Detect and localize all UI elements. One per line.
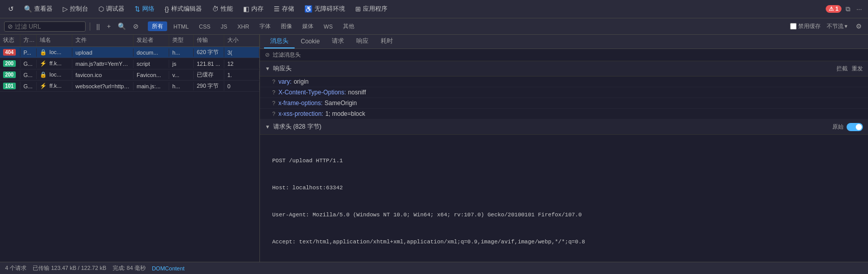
requests-count: 4 个请求 <box>5 264 27 272</box>
col-header-type: 类型 <box>169 35 194 46</box>
status-cell: 200 <box>0 59 20 68</box>
detail-content: ⊘ 过滤消息头 ▼ 响应头 拦截 重发 ? <box>260 49 868 262</box>
performance-label: 性能 <box>221 5 233 13</box>
request-headers-left: ▼ 请求头 (828 字节) <box>265 122 322 131</box>
tab-messages[interactable]: 消息头 <box>264 35 295 48</box>
add-filter-button[interactable]: + <box>105 21 113 31</box>
transfer-cell: 已缓存 <box>194 70 224 80</box>
search-network-button[interactable]: 🔍 <box>116 21 128 31</box>
throttle-dropdown[interactable]: 不节流 ▾ <box>825 21 850 31</box>
col-header-method: 方法 <box>20 35 37 46</box>
debugger-label: 调试器 <box>106 5 124 13</box>
more-options-button[interactable]: ··· <box>854 4 864 14</box>
response-headers-left: ▼ 响应头 <box>265 64 292 73</box>
initiator-cell: Favicon... <box>134 71 169 79</box>
console-label: 控制台 <box>70 5 88 13</box>
filter-tag-font[interactable]: 字体 <box>255 21 275 31</box>
resend-link[interactable]: 重发 <box>852 65 863 72</box>
table-row[interactable]: 404 P... 🔒 loc... upload docum... h... 6… <box>0 47 259 58</box>
domain-cell: 🔒 loc... <box>37 70 72 79</box>
transfer-cell: 121.81 ... <box>194 60 224 68</box>
filter-tag-css[interactable]: CSS <box>195 22 215 31</box>
filter-tag-js[interactable]: JS <box>217 22 231 31</box>
block-request-button[interactable]: ⊘ <box>131 21 141 31</box>
refresh-icon: ↺ <box>8 5 14 13</box>
table-row[interactable]: 200 G... ⚡ ff.k... main.js?attr=YemYkzid… <box>0 58 259 69</box>
disable-cache-input[interactable] <box>790 23 797 30</box>
style-editor-icon: {} <box>165 5 169 13</box>
requests-header: 状态 方法 域名 文件 发起者 类型 传输 大小 <box>0 35 259 47</box>
filter-url-input[interactable] <box>15 23 76 30</box>
initiator-cell: script <box>134 60 169 68</box>
app-button[interactable]: ⊞ 应用程序 <box>351 3 391 15</box>
warning-icon: ⚡ <box>40 60 47 66</box>
lock-icon: 🔒 <box>40 71 47 78</box>
response-headers-section[interactable]: ▼ 响应头 拦截 重发 <box>260 61 868 77</box>
type-cell: js <box>169 60 194 68</box>
memory-icon: ◧ <box>243 5 249 13</box>
detail-tabs: 消息头 Cookie 请求 响应 耗时 <box>260 35 868 49</box>
table-row[interactable]: 200 G... 🔒 loc... favicon.ico Favicon...… <box>0 69 259 81</box>
memory-label: 内存 <box>251 5 264 13</box>
domain-cell: 🔒 loc... <box>37 48 72 57</box>
disable-cache-checkbox[interactable]: 禁用缓存 <box>790 22 821 30</box>
help-icon[interactable]: ? <box>272 100 275 106</box>
memory-button[interactable]: ◧ 内存 <box>239 3 268 15</box>
pause-recording-button[interactable]: || <box>94 21 102 31</box>
header-item-xfo: ? x-frame-options: SameOrigin <box>260 98 868 109</box>
header-name-xcto: X-Content-Type-Options: <box>278 89 346 96</box>
tab-response[interactable]: 响应 <box>350 35 375 48</box>
filter-tag-html[interactable]: HTML <box>169 22 193 31</box>
warning-icon: ⚡ <box>40 83 47 89</box>
raw-toggle-switch[interactable] <box>847 123 863 131</box>
method-cell: G... <box>20 71 37 79</box>
col-header-file: 文件 <box>72 35 134 46</box>
filter-tag-ws[interactable]: WS <box>320 22 337 31</box>
detail-panel: 消息头 Cookie 请求 响应 耗时 ⊘ 过滤消息头 ▼ 响应头 <box>260 35 868 262</box>
accessibility-button[interactable]: ♿ 无障碍环境 <box>300 3 349 15</box>
filter-tag-media[interactable]: 媒体 <box>298 21 318 31</box>
table-row[interactable]: 101 G... ⚡ ff.k... websocket?url=http://… <box>0 81 259 92</box>
col-header-transfer: 传输 <box>194 35 224 46</box>
header-value-xxp: 1; mode=block <box>325 110 365 117</box>
intercept-link[interactable]: 拦截 <box>836 65 848 72</box>
domcontent-link[interactable]: DOMContent <box>152 265 185 271</box>
tab-cookie[interactable]: Cookie <box>295 36 326 48</box>
refresh-button[interactable]: ↺ <box>4 3 18 15</box>
filter-input-wrap: ⊘ <box>4 21 86 32</box>
responsive-design-button[interactable]: ⧉ <box>844 4 852 14</box>
filter-tag-xhr[interactable]: XHR <box>233 22 253 31</box>
console-icon: ▷ <box>63 5 68 13</box>
detail-action-right: 拦截 重发 <box>836 65 863 72</box>
performance-button[interactable]: ⏱ 性能 <box>208 3 237 15</box>
inspector-label: 查看器 <box>34 5 52 13</box>
tab-timing[interactable]: 耗时 <box>375 35 399 48</box>
tab-request[interactable]: 请求 <box>326 35 350 48</box>
debugger-button[interactable]: ⬡ 调试器 <box>94 3 128 15</box>
raw-label: 原始 <box>832 123 844 131</box>
accessibility-label: 无障碍环境 <box>314 5 345 13</box>
console-button[interactable]: ▷ 控制台 <box>59 3 92 15</box>
method-cell: G... <box>20 82 37 90</box>
network-button[interactable]: ⇅ 网络 <box>130 3 159 15</box>
help-icon[interactable]: ? <box>272 111 275 117</box>
top-toolbar: ↺ 🔍 查看器 ▷ 控制台 ⬡ 调试器 ⇅ 网络 {} 样式编辑器 ⏱ 性能 ◧… <box>0 0 868 18</box>
filter-tag-all[interactable]: 所有 <box>148 21 167 31</box>
header-name-xfo: x-frame-options: <box>278 99 323 107</box>
transferred-size: 已传输 123.47 kB / 122.72 kB <box>33 264 106 272</box>
storage-button[interactable]: ☰ 存储 <box>270 3 298 15</box>
status-bar: 4 个请求 已传输 123.47 kB / 122.72 kB 完成: 84 毫… <box>0 262 868 274</box>
status-badge: 200 <box>3 71 16 78</box>
request-headers-section[interactable]: ▼ 请求头 (828 字节) 原始 <box>260 119 868 135</box>
help-icon[interactable]: ? <box>272 79 275 85</box>
filter-tag-other[interactable]: 其他 <box>339 21 358 31</box>
header-item-xcto: ? X-Content-Type-Options: nosniff <box>260 87 868 98</box>
filter-tag-image[interactable]: 图像 <box>277 21 296 31</box>
filter-messages-label: 过滤消息头 <box>273 51 301 59</box>
settings-button[interactable]: ⚙ <box>854 21 864 31</box>
help-icon[interactable]: ? <box>272 89 275 95</box>
app-label: 应用程序 <box>363 5 387 13</box>
size-cell: 1. <box>224 71 259 79</box>
style-editor-button[interactable]: {} 样式编辑器 <box>161 3 206 15</box>
inspector-button[interactable]: 🔍 查看器 <box>20 3 57 15</box>
